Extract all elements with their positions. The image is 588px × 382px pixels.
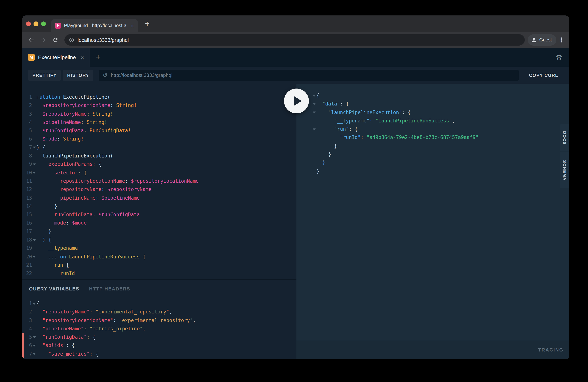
workspace: 1mutation ExecutePipeline(2 $repositoryL…	[22, 84, 569, 359]
reload-button[interactable]	[49, 34, 62, 46]
code-line: 18 ) {	[22, 236, 296, 244]
close-session-icon[interactable]: ×	[81, 54, 84, 61]
site-info-icon[interactable]	[69, 37, 74, 42]
code-line: 22 runId	[22, 269, 296, 278]
minimize-window-button[interactable]	[34, 21, 39, 26]
code-text: "data": {	[316, 100, 349, 108]
address-bar[interactable]: localhost:3333/graphql	[64, 34, 525, 45]
fold-gutter	[32, 186, 37, 194]
line-number: 2	[24, 308, 32, 317]
code-line: 8 launchPipelineExecution(	[22, 152, 296, 160]
fold-caret-icon[interactable]	[313, 111, 315, 113]
fold-gutter	[32, 244, 37, 253]
fold-gutter	[32, 316, 37, 325]
code-line: 6 "solids": {	[22, 341, 296, 350]
line-number: 3	[26, 110, 32, 118]
code-line: "data": {	[296, 100, 569, 108]
line-number: 17	[26, 228, 32, 236]
fold-caret-icon[interactable]	[33, 147, 36, 149]
fold-gutter	[32, 110, 37, 118]
close-tab-icon[interactable]: ×	[131, 23, 134, 28]
browser-toolbar: localhost:3333/graphql Guest ⋮	[22, 32, 569, 48]
execute-button[interactable]	[284, 88, 309, 113]
zoom-window-button[interactable]	[41, 21, 46, 26]
line-number: 9	[26, 160, 32, 169]
profile-chip[interactable]: Guest	[527, 34, 556, 45]
tracing-bar[interactable]: TRACING	[296, 340, 569, 359]
code-text: }	[316, 142, 337, 150]
fold-gutter	[32, 144, 37, 152]
code-text: ) {	[37, 236, 51, 244]
fold-caret-icon[interactable]	[33, 353, 36, 355]
fold-caret-icon[interactable]	[33, 164, 36, 165]
endpoint-input[interactable]: ↺ http://localhost:3333/graphql	[99, 69, 519, 81]
fold-caret-icon[interactable]	[33, 303, 36, 305]
browser-menu-button[interactable]: ⋮	[556, 36, 566, 44]
fold-gutter	[32, 228, 37, 236]
new-session-button[interactable]: +	[90, 48, 106, 67]
code-text: "repositoryLocationName": "experimental_…	[37, 316, 196, 325]
tab-http-headers[interactable]: HTTP HEADERS	[89, 286, 130, 292]
fold-gutter	[32, 299, 37, 308]
fold-caret-icon[interactable]	[313, 128, 315, 130]
code-text: $repositoryLocationName: String!	[37, 102, 137, 110]
fold-caret-icon[interactable]	[313, 103, 315, 105]
fold-gutter	[32, 93, 37, 102]
line-number: 1	[24, 299, 32, 308]
code-line: 14 }	[22, 202, 296, 211]
line-number: 7	[24, 350, 32, 359]
schema-reload-icon[interactable]: ↺	[103, 72, 107, 78]
graphql-playground: M ExecutePipeline × + ⚙ PRETTIFY HISTORY…	[22, 48, 569, 359]
forward-button[interactable]	[37, 34, 49, 46]
copy-curl-button[interactable]: COPY CURL	[525, 70, 562, 81]
code-text: }	[37, 278, 57, 279]
session-tab-executepipeline[interactable]: M ExecutePipeline ×	[22, 48, 90, 67]
code-text: __typename	[37, 244, 78, 253]
code-line: 13 pipelineName: $pipelineName	[22, 194, 296, 202]
fold-gutter	[32, 253, 37, 261]
line-number: 4	[24, 325, 32, 333]
query-editor[interactable]: 1mutation ExecutePipeline(2 $repositoryL…	[22, 84, 296, 279]
variables-editor[interactable]: 1{2 "repositoryName": "experimental_repo…	[22, 299, 296, 358]
fold-caret-icon[interactable]	[33, 345, 36, 347]
code-text: $mode: String!	[37, 135, 84, 144]
fold-caret-icon[interactable]	[33, 172, 36, 174]
tab-query-variables[interactable]: QUERY VARIABLES	[29, 286, 79, 292]
line-number: 10	[26, 169, 32, 177]
history-button[interactable]: HISTORY	[63, 70, 93, 81]
collapse-gutter	[312, 108, 316, 117]
browser-tab[interactable]: Playground - http://localhost:3 ×	[51, 19, 138, 32]
error-marker	[22, 333, 24, 341]
fold-caret-icon[interactable]	[33, 256, 36, 258]
fold-caret-icon[interactable]	[313, 95, 315, 97]
code-text: "__typename": "LaunchPipelineRunSuccess"…	[316, 117, 455, 125]
variables-tab-bar: QUERY VARIABLES HTTP HEADERS	[22, 279, 296, 292]
new-tab-button[interactable]: +	[142, 19, 153, 28]
tab-docs[interactable]: DOCS	[560, 124, 569, 151]
code-text: {	[316, 91, 319, 100]
fold-gutter	[32, 194, 37, 202]
line-number: 7	[26, 144, 32, 152]
tab-schema[interactable]: SCHEMA	[560, 152, 569, 188]
fold-caret-icon[interactable]	[33, 239, 36, 241]
code-text: "runId": "a49b864a-79e2-4be8-b78c-687457…	[316, 133, 479, 142]
line-number: 21	[26, 261, 32, 270]
code-text: ... on LaunchPipelineRunSuccess {	[37, 253, 146, 261]
code-line: }	[296, 167, 569, 175]
code-line: 16 mode: $mode	[22, 219, 296, 228]
settings-gear-icon[interactable]: ⚙	[556, 54, 562, 61]
code-line: 23 }	[22, 278, 296, 279]
fold-caret-icon[interactable]	[33, 337, 36, 338]
code-line: 11 repositoryLocationName: $repositoryLo…	[22, 177, 296, 186]
back-button[interactable]	[25, 34, 37, 46]
collapse-gutter	[312, 117, 316, 125]
close-window-button[interactable]	[26, 21, 31, 26]
prettify-button[interactable]: PRETTIFY	[28, 70, 61, 81]
fold-gutter	[32, 169, 37, 177]
code-line: 7 "save_metrics": {	[22, 350, 296, 359]
line-number: 22	[26, 269, 32, 278]
code-line: "launchPipelineExecution": {	[296, 108, 569, 117]
fold-gutter	[32, 261, 37, 270]
code-text: launchPipelineExecution(	[37, 152, 113, 160]
fold-gutter	[32, 350, 37, 359]
